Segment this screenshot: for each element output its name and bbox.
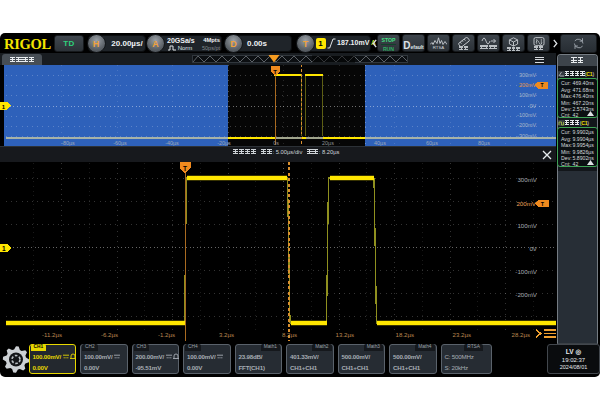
svg-text:-60µs: -60µs bbox=[113, 140, 127, 146]
svg-text:T: T bbox=[183, 165, 187, 172]
svg-text:28.2µs: 28.2µs bbox=[512, 331, 530, 338]
svg-text:13.2µs: 13.2µs bbox=[336, 331, 354, 338]
svg-text:100mV: 100mV bbox=[517, 222, 537, 229]
svg-text:1: 1 bbox=[2, 245, 6, 252]
svg-text:-200mV: -200mV bbox=[515, 291, 538, 298]
svg-text:-6.2µs: -6.2µs bbox=[101, 331, 118, 338]
svg-text:20µs: 20µs bbox=[322, 140, 334, 146]
svg-text:200mV: 200mV bbox=[516, 200, 536, 207]
svg-text:-20µs: -20µs bbox=[217, 140, 231, 146]
svg-text:-1.2µs: -1.2µs bbox=[158, 331, 175, 338]
svg-text:T: T bbox=[273, 69, 277, 75]
svg-text:18.2µs: 18.2µs bbox=[396, 331, 414, 338]
svg-text:-100mV: -100mV bbox=[515, 268, 538, 275]
svg-text:-300mV: -300mV bbox=[517, 133, 536, 139]
svg-text:8.2µs: 8.2µs bbox=[282, 331, 297, 338]
svg-text:60µs: 60µs bbox=[426, 140, 438, 146]
svg-text:3.2µs: 3.2µs bbox=[219, 331, 234, 338]
svg-text:23.2µs: 23.2µs bbox=[453, 331, 471, 338]
svg-text:300mV: 300mV bbox=[519, 72, 536, 78]
svg-text:0V: 0V bbox=[529, 103, 536, 109]
svg-text:200mV: 200mV bbox=[519, 82, 536, 88]
svg-text:-40µs: -40µs bbox=[165, 140, 179, 146]
svg-text:40µs: 40µs bbox=[374, 140, 386, 146]
svg-text:300mV: 300mV bbox=[517, 176, 537, 183]
svg-text:-200mV: -200mV bbox=[517, 122, 536, 128]
svg-text:0V: 0V bbox=[529, 245, 537, 252]
svg-text:-80µs: -80µs bbox=[61, 140, 75, 146]
svg-text:100mV: 100mV bbox=[519, 92, 536, 98]
svg-text:-100mV: -100mV bbox=[517, 112, 536, 118]
svg-text:T: T bbox=[540, 82, 543, 88]
svg-text:0s: 0s bbox=[273, 140, 279, 146]
svg-text:80µs: 80µs bbox=[478, 140, 490, 146]
svg-text:-11.2µs: -11.2µs bbox=[42, 331, 62, 338]
